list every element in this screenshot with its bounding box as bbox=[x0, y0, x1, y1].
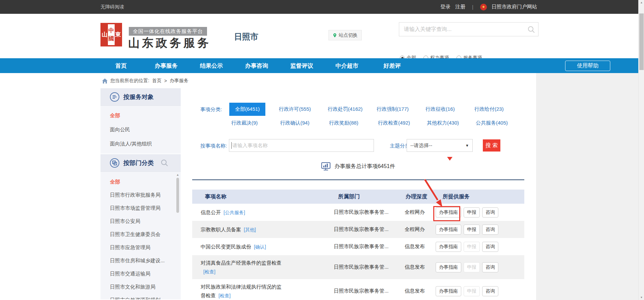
filter-row1-2[interactable]: 行政处罚(4162) bbox=[327, 103, 376, 116]
service-button-guide[interactable]: 办事指南 bbox=[436, 242, 461, 252]
item-name-placeholder: 请输入事项名称 bbox=[232, 142, 268, 149]
service-button-consult[interactable]: 咨询 bbox=[482, 207, 498, 218]
table-row: 宗教教职人员备案[其他]日照市民族宗教事务管...全程网办办事指南申报咨询 bbox=[192, 221, 524, 238]
sidebar-section-title: 按服务对象 bbox=[123, 93, 154, 101]
seal-left-char: 山 bbox=[101, 24, 108, 46]
sidebar-item-1-2[interactable]: 日照市市场监督管理局 bbox=[100, 201, 181, 214]
search-button[interactable]: 搜 索 bbox=[483, 139, 500, 152]
service-button-consult[interactable]: 咨询 bbox=[482, 225, 498, 235]
topbar-divider: | bbox=[470, 4, 475, 10]
item-depth-cell: 全程网办 bbox=[400, 209, 435, 215]
breadcrumb-separator: > bbox=[164, 78, 167, 84]
col-header-department: 所属部门 bbox=[327, 193, 400, 200]
item-name-link[interactable]: 对清真食品生产经营条件的监督检查 bbox=[201, 260, 282, 266]
service-button-guide[interactable]: 办事指南 bbox=[436, 207, 461, 218]
breadcrumb-home-link[interactable]: 首页 bbox=[152, 78, 162, 84]
department-list: 全部日照市行政审批服务局日照市市场监督管理局日照市公安局日照市卫生健康委员会日照… bbox=[100, 175, 181, 299]
service-button-guide[interactable]: 办事指南 bbox=[436, 225, 461, 235]
page-background-strip bbox=[536, 73, 638, 300]
department-search-icon[interactable] bbox=[160, 159, 169, 167]
register-link[interactable]: 注册 bbox=[455, 4, 465, 10]
nav-item-3[interactable]: 办事咨询 bbox=[234, 62, 279, 70]
site-brand-title: 山东政务服务 bbox=[128, 35, 211, 51]
site-switch-button[interactable]: 站点切换 bbox=[328, 30, 362, 40]
nav-item-1[interactable]: 办事服务 bbox=[144, 62, 189, 70]
keyword-search-input[interactable] bbox=[399, 23, 538, 36]
item-tag-link[interactable]: [公共服务] bbox=[224, 210, 245, 215]
national-emblem-icon: ★ bbox=[480, 4, 487, 10]
item-depth-cell: 信息发布 bbox=[400, 288, 435, 294]
item-name-link[interactable]: 中国公民变更民族成份 bbox=[201, 244, 251, 249]
sidebar-item-1-0[interactable]: 全部 bbox=[100, 175, 181, 188]
item-name-link[interactable]: 对民族政策和法律法规执行情况的监督检查 bbox=[201, 284, 282, 298]
service-button-consult[interactable]: 咨询 bbox=[482, 242, 498, 252]
filter-label: 行政许可(555) bbox=[278, 106, 312, 112]
category-filter-label: 事项分类: bbox=[200, 106, 222, 113]
service-button-declare[interactable]: 申报 bbox=[464, 207, 480, 218]
scroll-down-icon[interactable]: ▼ bbox=[639, 296, 644, 299]
accessibility-link[interactable]: 无障碍阅读 bbox=[100, 4, 124, 10]
item-tag-link[interactable]: [确认] bbox=[254, 244, 266, 249]
breadcrumb-current[interactable]: 办事服务 bbox=[170, 78, 188, 84]
login-link[interactable]: 登录 bbox=[440, 4, 450, 10]
nav-item-6[interactable]: 好差评 bbox=[370, 62, 415, 70]
item-tag-link[interactable]: [检查] bbox=[218, 293, 231, 298]
search-icon[interactable] bbox=[527, 26, 535, 34]
sidebar-item-1-4[interactable]: 日照市卫生健康委员会 bbox=[100, 228, 181, 241]
page-scrollbar[interactable]: ▲ ▼ bbox=[638, 0, 644, 300]
item-department-cell: 日照市民族宗教事务管... bbox=[327, 209, 400, 215]
filter-row1-0[interactable]: 全部(6451) bbox=[229, 103, 278, 116]
filter-row2-3[interactable]: 行政检查(492) bbox=[376, 120, 425, 126]
filter-label: 行政确认(94) bbox=[280, 120, 310, 126]
item-tag-link[interactable]: [其他] bbox=[244, 227, 256, 232]
filter-row1-4[interactable]: 行政征收(16) bbox=[425, 103, 474, 116]
filter-row2-1[interactable]: 行政确认(94) bbox=[278, 120, 327, 126]
item-name-input[interactable]: 请输入事项名称 bbox=[229, 139, 374, 152]
sidebar-item-1-5[interactable]: 日照市应急管理局 bbox=[100, 241, 181, 254]
service-button-declare[interactable]: 申报 bbox=[464, 225, 480, 235]
service-button-consult[interactable]: 咨询 bbox=[482, 262, 498, 272]
sidebar-item-1-3[interactable]: 日照市公安局 bbox=[100, 214, 181, 228]
service-button-declare: 申报 bbox=[464, 286, 480, 296]
filter-row2-5[interactable]: 公共服务(405) bbox=[474, 120, 523, 126]
sidebar-item-1-8[interactable]: 日照市文化和旅游局 bbox=[100, 280, 181, 293]
filter-row2-0[interactable]: 行政裁决(9) bbox=[229, 120, 278, 126]
sidebar-item-0-0[interactable]: 全部 bbox=[100, 108, 181, 123]
item-services-cell: 办事指南申报咨询 bbox=[435, 286, 524, 296]
sidebar-item-1-9[interactable]: 日照市自然资源和规划... bbox=[100, 293, 181, 299]
service-button-guide[interactable]: 办事指南 bbox=[436, 262, 461, 272]
topic-category-select[interactable]: --请选择-- ▼ bbox=[407, 139, 473, 152]
sidebar-item-0-1[interactable]: 面向公民 bbox=[100, 123, 181, 137]
service-button-guide[interactable]: 办事指南 bbox=[436, 286, 461, 296]
col-header-depth: 办理深度 bbox=[400, 193, 435, 200]
item-tag-link[interactable]: [检查] bbox=[203, 269, 215, 274]
filter-row1-5[interactable]: 行政给付(23) bbox=[474, 103, 523, 116]
item-name-link[interactable]: 宗教教职人员备案 bbox=[201, 227, 241, 232]
filter-row1-1[interactable]: 行政许可(555) bbox=[278, 103, 327, 116]
nav-item-2[interactable]: 结果公示 bbox=[189, 62, 234, 70]
page-scrollbar-thumb[interactable] bbox=[639, 13, 644, 70]
scroll-up-icon[interactable]: ▲ bbox=[639, 1, 644, 4]
help-button[interactable]: 使用帮助 bbox=[565, 61, 610, 71]
sidebar-item-0-2[interactable]: 面向法人/其他组织 bbox=[100, 137, 181, 151]
sidebar-item-1-6[interactable]: 日照市住房和城乡建设... bbox=[100, 254, 181, 267]
nav-item-0[interactable]: 首页 bbox=[98, 62, 144, 70]
department-scrollbar[interactable]: ▲ bbox=[176, 173, 179, 298]
nav-item-4[interactable]: 监督评议 bbox=[279, 62, 324, 70]
service-button-declare: 申报 bbox=[464, 242, 480, 252]
filter-row2-4[interactable]: 其他权力(430) bbox=[425, 120, 474, 126]
item-name-link[interactable]: 信息公开 bbox=[201, 209, 221, 215]
breadcrumb: 您当前所在的位置: 首页 > 办事服务 bbox=[102, 78, 188, 84]
department-scroll-up-icon[interactable]: ▲ bbox=[176, 173, 179, 176]
stats-chart-icon bbox=[321, 162, 330, 171]
department-scrollbar-thumb[interactable] bbox=[176, 178, 179, 213]
filter-label: 行政奖励(88) bbox=[328, 120, 359, 126]
city-portal-link[interactable]: 日照市政府门户网站 bbox=[492, 4, 537, 10]
sidebar-item-1-1[interactable]: 日照市行政审批服务局 bbox=[100, 188, 181, 201]
nav-item-5[interactable]: 中介超市 bbox=[324, 62, 370, 70]
sidebar-item-1-7[interactable]: 日照市交通运输局 bbox=[100, 267, 181, 280]
filter-row1-3[interactable]: 行政强制(177) bbox=[376, 103, 425, 116]
site-header: 山 中 國 東 全国一体化在线政务服务平台 山东政务服务 日照市 站点切换 全部… bbox=[0, 14, 638, 58]
service-button-consult[interactable]: 咨询 bbox=[482, 286, 498, 296]
filter-row2-2[interactable]: 行政奖励(88) bbox=[327, 120, 376, 126]
